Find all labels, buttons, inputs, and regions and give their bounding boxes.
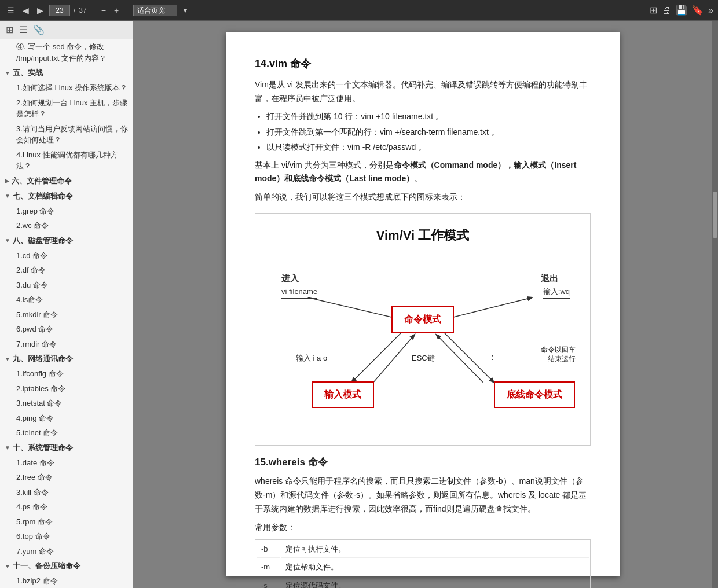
grid-icon[interactable]: ⊞ <box>6 24 13 35</box>
save-icon[interactable]: 💾 <box>676 5 687 16</box>
toc-item-s5-1[interactable]: 1.如何选择 Linux 操作系统版本？ <box>0 80 133 95</box>
toc-item-s9-2[interactable]: 2.iptables 命令 <box>0 381 133 396</box>
pdf-area[interactable]: 14.vim 命令 Vim是从 vi 发展出来的一个文本编辑器。代码补完、编译及… <box>133 21 712 588</box>
scrollbar-thumb[interactable] <box>713 192 717 238</box>
label-esc: ESC键 <box>412 352 435 365</box>
toolbar: ☰ ◀ ▶ / 37 − + 适合页宽 ▼ ⊞ 🖨 💾 🔖 » <box>0 0 718 21</box>
toc-item-s10-6[interactable]: 6.top 命令 <box>0 529 133 544</box>
toc-item-s8-2[interactable]: 2.df 命令 <box>0 263 133 278</box>
svg-line-2 <box>351 330 404 383</box>
print-icon[interactable]: 🖨 <box>662 5 671 16</box>
section14-intro: Vim是从 vi 发展出来的一个文本编辑器。代码补完、编译及错误跳转等方便编程的… <box>255 78 591 106</box>
bullet-2: 打开文件跳到第一个匹配的行：vim +/search-term filename… <box>266 126 591 138</box>
toc-arrow: ▼ <box>5 193 10 199</box>
svg-line-0 <box>308 297 401 319</box>
toc-item-s8-1[interactable]: 1.cd 命令 <box>0 248 133 263</box>
pdf-scrollbar[interactable] <box>712 21 718 588</box>
toc-item-s10-1[interactable]: 1.date 命令 <box>0 455 133 471</box>
toc-section-label: 十一、备份压缩命令 <box>13 561 80 571</box>
attach-icon[interactable]: 📎 <box>33 24 45 35</box>
toc-item-s8-3[interactable]: 3.du 命令 <box>0 278 133 293</box>
param-row: -b定位可执行文件。 <box>257 541 589 558</box>
toc-section-s6[interactable]: ▶六、文件管理命令 <box>0 174 133 189</box>
toc-item-s5-3[interactable]: 3.请问当用户反馈网站访问慢，你会如何处理？ <box>0 122 133 148</box>
toc-item-s9-4[interactable]: 4.ping 命令 <box>0 411 133 426</box>
params-table: -b定位可执行文件。-m定位帮助文件。-s定位源代码文件。-u搜索默认认路径下除… <box>255 539 591 588</box>
toc-arrow: ▼ <box>5 356 10 362</box>
toc-item-s10-4[interactable]: 4.ps 命令 <box>0 499 133 514</box>
toc-section-label: 六、文件管理命令 <box>12 176 72 186</box>
toc-container: ④. 写一个 sed 命令，修改 /tmp/input.txt 文件的内容？▼五… <box>0 39 133 588</box>
zoom-in-btn[interactable]: + <box>112 5 121 16</box>
fullscreen-icon[interactable]: ⊞ <box>650 5 657 16</box>
toc-section-s8[interactable]: ▼八、磁盘管理命令 <box>0 233 133 248</box>
bookmark-icon[interactable]: 🔖 <box>692 5 704 16</box>
node-lastline-mode: 底线命令模式 <box>494 381 575 408</box>
toc-section-s11[interactable]: ▼十一、备份压缩命令 <box>0 558 133 574</box>
toc-section-s9[interactable]: ▼九、网络通讯命令 <box>0 351 133 366</box>
list-icon[interactable]: ☰ <box>19 24 27 35</box>
toc-item-s8-4[interactable]: 4.ls命令 <box>0 292 133 307</box>
svg-line-4 <box>442 330 494 383</box>
param-row: -s定位源代码文件。 <box>257 578 589 588</box>
toc-section-label: 九、网络通讯命令 <box>13 354 73 364</box>
label-enter-end: 命令以回车结束运行 <box>541 346 576 363</box>
toc-item-s10-2[interactable]: 2.free 命令 <box>0 470 133 485</box>
label-enter: 进入 <box>281 271 299 285</box>
toc-item-s10-7[interactable]: 7.yum 命令 <box>0 544 133 559</box>
more-icon[interactable]: » <box>708 5 713 16</box>
toc-item-s9-3[interactable]: 3.netstat 命令 <box>0 396 133 411</box>
fit-select[interactable]: 适合页宽 <box>133 5 177 16</box>
page-number-input[interactable] <box>49 5 70 16</box>
forward-btn[interactable]: ▶ <box>35 5 46 16</box>
toc-item-s5-4[interactable]: 4.Linux 性能调优都有哪几种方法？ <box>0 148 133 174</box>
param-desc: 定位源代码文件。 <box>281 578 589 588</box>
toc-item-s9-5[interactable]: 5.telnet 命令 <box>0 425 133 440</box>
toc-item-s11-1[interactable]: 1.bzip2 命令 <box>0 574 133 588</box>
bullet-1: 打开文件并跳到第 10 行：vim +10 filename.txt 。 <box>266 110 591 123</box>
toc-item-s8-6[interactable]: 6.pwd 命令 <box>0 322 133 337</box>
vim-diagram: Vim/Vi 工作模式 <box>255 213 591 446</box>
toc-section-s5[interactable]: ▼五、实战 <box>0 65 133 80</box>
svg-line-1 <box>445 297 532 319</box>
label-wq: 输入:wq <box>543 286 570 299</box>
section14-bullets: 打开文件并跳到第 10 行：vim +10 filename.txt 。 打开文… <box>266 110 591 153</box>
toc-item-s10-5[interactable]: 5.rpm 命令 <box>0 514 133 530</box>
toolbar-right-icons: ⊞ 🖨 💾 🔖 » <box>650 5 713 16</box>
back-btn[interactable]: ◀ <box>20 5 31 16</box>
param-row: -m定位帮助文件。 <box>257 559 589 576</box>
toc-item-s5-2[interactable]: 2.如何规划一台 Linux 主机，步骤是怎样？ <box>0 95 133 122</box>
sidebar-top-icons: ⊞ ☰ 📎 <box>0 21 133 39</box>
sidebar-toggle-btn[interactable]: ☰ <box>5 5 17 16</box>
common-params-label: 常用参数： <box>255 521 591 535</box>
zoom-out-btn[interactable]: − <box>99 5 108 16</box>
bullet-3: 以只读模式打开文件：vim -R /etc/passwd 。 <box>266 141 591 153</box>
section15-title: 15.whereis 命令 <box>255 454 591 470</box>
section14-title: 14.vim 命令 <box>255 56 591 72</box>
diagram-body: 进入 退出 vi filename 输入:wq 命令模式 输入模式 底 <box>264 260 581 433</box>
toc-section-s10[interactable]: ▼十、系统管理命令 <box>0 440 133 455</box>
svg-line-5 <box>437 335 483 382</box>
toc-section-s7[interactable]: ▼七、文档编辑命令 <box>0 189 133 204</box>
toc-arrow: ▼ <box>5 563 10 569</box>
toc-section-label: 十、系统管理命令 <box>13 443 73 453</box>
toc-item-s7-1[interactable]: 1.grep 命令 <box>0 204 133 219</box>
fit-chevron: ▼ <box>182 6 189 14</box>
diagram-title: Vim/Vi 工作模式 <box>264 225 581 245</box>
sidebar: ⊞ ☰ 📎 ④. 写一个 sed 命令，修改 /tmp/input.txt 文件… <box>0 21 133 588</box>
toc-item-s10-3[interactable]: 3.kill 命令 <box>0 485 133 500</box>
toc-item-s8-5[interactable]: 5.mkdir 命令 <box>0 307 133 322</box>
toc-item-s7-2[interactable]: 2.wc 命令 <box>0 218 133 233</box>
toc-arrow: ▼ <box>5 444 10 451</box>
separator2 <box>127 5 127 16</box>
toc-item-s8-7[interactable]: 7.rmdir 命令 <box>0 337 133 352</box>
section14-diagram-intro: 简单的说，我们可以将这三个模式想成底下的图标来表示： <box>255 190 591 204</box>
label-exit: 退出 <box>541 271 558 285</box>
separator1 <box>93 5 93 16</box>
section15-intro: whereis 命令只能用于程序名的搜索，而且只搜索二进制文件（参数-b）、ma… <box>255 475 591 516</box>
toc-section-label: 七、文档编辑命令 <box>13 191 73 201</box>
toc-item-s9-1[interactable]: 1.ifconfig 命令 <box>0 366 133 381</box>
toc-section-label: 五、实战 <box>13 68 43 78</box>
toc-item-s4[interactable]: ④. 写一个 sed 命令，修改 /tmp/input.txt 文件的内容？ <box>0 39 133 65</box>
toc-arrow: ▼ <box>5 70 10 76</box>
